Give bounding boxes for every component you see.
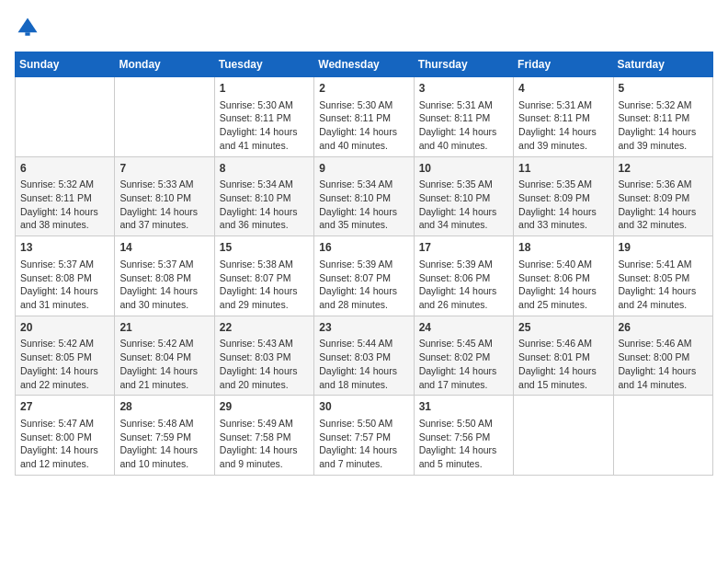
day-number: 4: [518, 81, 608, 97]
header-day-tuesday: Tuesday: [214, 52, 313, 77]
calendar-cell: 12Sunrise: 5:36 AMSunset: 8:09 PMDayligh…: [613, 156, 712, 236]
day-content: Sunrise: 5:50 AMSunset: 7:57 PMDaylight:…: [319, 417, 408, 471]
day-content: Sunrise: 5:46 AMSunset: 8:01 PMDaylight:…: [518, 337, 608, 391]
calendar-cell: 10Sunrise: 5:35 AMSunset: 8:10 PMDayligh…: [414, 156, 513, 236]
day-number: 3: [419, 81, 508, 97]
day-content: Sunrise: 5:47 AMSunset: 8:00 PMDaylight:…: [20, 417, 109, 471]
day-number: 2: [319, 81, 408, 97]
day-number: 24: [419, 320, 508, 336]
calendar-cell: [16, 77, 115, 157]
day-content: Sunrise: 5:32 AMSunset: 8:11 PMDaylight:…: [20, 178, 109, 232]
day-content: Sunrise: 5:42 AMSunset: 8:04 PMDaylight:…: [119, 337, 209, 391]
day-number: 12: [619, 161, 708, 177]
day-content: Sunrise: 5:50 AMSunset: 7:56 PMDaylight:…: [419, 417, 508, 471]
calendar-cell: 13Sunrise: 5:37 AMSunset: 8:08 PMDayligh…: [16, 236, 115, 316]
calendar-cell: 28Sunrise: 5:48 AMSunset: 7:59 PMDayligh…: [115, 396, 214, 476]
day-number: 19: [619, 240, 708, 256]
day-number: 16: [319, 240, 408, 256]
calendar-cell: 27Sunrise: 5:47 AMSunset: 8:00 PMDayligh…: [16, 396, 115, 476]
calendar-cell: 15Sunrise: 5:38 AMSunset: 8:07 PMDayligh…: [214, 236, 313, 316]
day-content: Sunrise: 5:30 AMSunset: 8:11 PMDaylight:…: [220, 98, 309, 153]
calendar-cell: 5Sunrise: 5:32 AMSunset: 8:11 PMDaylight…: [613, 77, 712, 157]
day-content: Sunrise: 5:45 AMSunset: 8:02 PMDaylight:…: [419, 337, 508, 391]
week-row-4: 20Sunrise: 5:42 AMSunset: 8:05 PMDayligh…: [16, 316, 713, 396]
day-content: Sunrise: 5:43 AMSunset: 8:03 PMDaylight:…: [220, 337, 309, 391]
header-day-thursday: Thursday: [414, 52, 513, 77]
day-number: 15: [220, 240, 309, 256]
day-number: 10: [419, 161, 508, 177]
day-number: 17: [419, 240, 508, 256]
day-content: Sunrise: 5:41 AMSunset: 8:05 PMDaylight:…: [619, 258, 708, 312]
day-number: 5: [619, 81, 708, 97]
calendar-cell: 22Sunrise: 5:43 AMSunset: 8:03 PMDayligh…: [214, 316, 313, 396]
day-content: Sunrise: 5:46 AMSunset: 8:00 PMDaylight:…: [619, 337, 708, 391]
day-content: Sunrise: 5:35 AMSunset: 8:10 PMDaylight:…: [419, 178, 508, 232]
calendar-cell: 11Sunrise: 5:35 AMSunset: 8:09 PMDayligh…: [514, 156, 613, 236]
day-content: Sunrise: 5:40 AMSunset: 8:06 PMDaylight:…: [518, 258, 608, 312]
calendar-cell: 30Sunrise: 5:50 AMSunset: 7:57 PMDayligh…: [314, 396, 414, 476]
calendar-cell: 23Sunrise: 5:44 AMSunset: 8:03 PMDayligh…: [314, 316, 414, 396]
calendar-cell: 2Sunrise: 5:30 AMSunset: 8:11 PMDaylight…: [314, 77, 414, 157]
day-content: Sunrise: 5:34 AMSunset: 8:10 PMDaylight:…: [220, 178, 309, 232]
day-content: Sunrise: 5:36 AMSunset: 8:09 PMDaylight:…: [619, 178, 708, 232]
calendar-cell: 6Sunrise: 5:32 AMSunset: 8:11 PMDaylight…: [16, 156, 115, 236]
day-content: Sunrise: 5:38 AMSunset: 8:07 PMDaylight:…: [220, 258, 309, 312]
day-content: Sunrise: 5:32 AMSunset: 8:11 PMDaylight:…: [619, 98, 708, 153]
day-content: Sunrise: 5:48 AMSunset: 7:59 PMDaylight:…: [119, 417, 209, 471]
day-content: Sunrise: 5:39 AMSunset: 8:07 PMDaylight:…: [319, 258, 408, 312]
day-content: Sunrise: 5:44 AMSunset: 8:03 PMDaylight:…: [319, 337, 408, 391]
header-row: SundayMondayTuesdayWednesdayThursdayFrid…: [16, 52, 713, 77]
day-number: 8: [220, 161, 309, 177]
svg-marker-0: [18, 18, 38, 33]
day-content: Sunrise: 5:37 AMSunset: 8:08 PMDaylight:…: [20, 258, 109, 312]
calendar-cell: 31Sunrise: 5:50 AMSunset: 7:56 PMDayligh…: [414, 396, 513, 476]
header-day-sunday: Sunday: [16, 52, 115, 77]
day-content: Sunrise: 5:49 AMSunset: 7:58 PMDaylight:…: [220, 417, 309, 471]
calendar-cell: 29Sunrise: 5:49 AMSunset: 7:58 PMDayligh…: [214, 396, 313, 476]
calendar-cell: 9Sunrise: 5:34 AMSunset: 8:10 PMDaylight…: [314, 156, 414, 236]
calendar-cell: 19Sunrise: 5:41 AMSunset: 8:05 PMDayligh…: [613, 236, 712, 316]
calendar-cell: 4Sunrise: 5:31 AMSunset: 8:11 PMDaylight…: [514, 77, 613, 157]
header: [15, 15, 713, 40]
calendar-cell: 25Sunrise: 5:46 AMSunset: 8:01 PMDayligh…: [514, 316, 613, 396]
calendar-cell: [514, 396, 613, 476]
calendar-cell: 8Sunrise: 5:34 AMSunset: 8:10 PMDaylight…: [214, 156, 313, 236]
day-number: 30: [319, 399, 408, 415]
calendar-cell: 18Sunrise: 5:40 AMSunset: 8:06 PMDayligh…: [514, 236, 613, 316]
calendar-cell: 21Sunrise: 5:42 AMSunset: 8:04 PMDayligh…: [115, 316, 214, 396]
day-content: Sunrise: 5:34 AMSunset: 8:10 PMDaylight:…: [319, 178, 408, 232]
day-number: 13: [20, 240, 109, 256]
day-number: 20: [20, 320, 109, 336]
day-content: Sunrise: 5:31 AMSunset: 8:11 PMDaylight:…: [518, 98, 608, 153]
day-number: 28: [119, 399, 209, 415]
day-number: 6: [20, 161, 109, 177]
header-day-saturday: Saturday: [613, 52, 712, 77]
day-number: 1: [220, 81, 309, 97]
week-row-2: 6Sunrise: 5:32 AMSunset: 8:11 PMDaylight…: [16, 156, 713, 236]
day-number: 25: [518, 320, 608, 336]
header-day-friday: Friday: [514, 52, 613, 77]
day-number: 29: [220, 399, 309, 415]
day-number: 9: [319, 161, 408, 177]
svg-rect-1: [25, 32, 29, 36]
calendar-cell: 7Sunrise: 5:33 AMSunset: 8:10 PMDaylight…: [115, 156, 214, 236]
day-content: Sunrise: 5:37 AMSunset: 8:08 PMDaylight:…: [119, 258, 209, 312]
calendar-cell: 20Sunrise: 5:42 AMSunset: 8:05 PMDayligh…: [16, 316, 115, 396]
calendar-cell: [613, 396, 712, 476]
day-number: 18: [518, 240, 608, 256]
header-day-wednesday: Wednesday: [314, 52, 414, 77]
calendar-cell: 3Sunrise: 5:31 AMSunset: 8:11 PMDaylight…: [414, 77, 513, 157]
day-content: Sunrise: 5:33 AMSunset: 8:10 PMDaylight:…: [119, 178, 209, 232]
day-content: Sunrise: 5:42 AMSunset: 8:05 PMDaylight:…: [20, 337, 109, 391]
day-number: 27: [20, 399, 109, 415]
calendar-cell: 14Sunrise: 5:37 AMSunset: 8:08 PMDayligh…: [115, 236, 214, 316]
day-number: 11: [518, 161, 608, 177]
week-row-5: 27Sunrise: 5:47 AMSunset: 8:00 PMDayligh…: [16, 396, 713, 476]
calendar-header: SundayMondayTuesdayWednesdayThursdayFrid…: [16, 52, 713, 77]
day-number: 26: [619, 320, 708, 336]
day-number: 14: [119, 240, 209, 256]
day-number: 7: [119, 161, 209, 177]
calendar-cell: 26Sunrise: 5:46 AMSunset: 8:00 PMDayligh…: [613, 316, 712, 396]
calendar-cell: 16Sunrise: 5:39 AMSunset: 8:07 PMDayligh…: [314, 236, 414, 316]
calendar-cell: [115, 77, 214, 157]
